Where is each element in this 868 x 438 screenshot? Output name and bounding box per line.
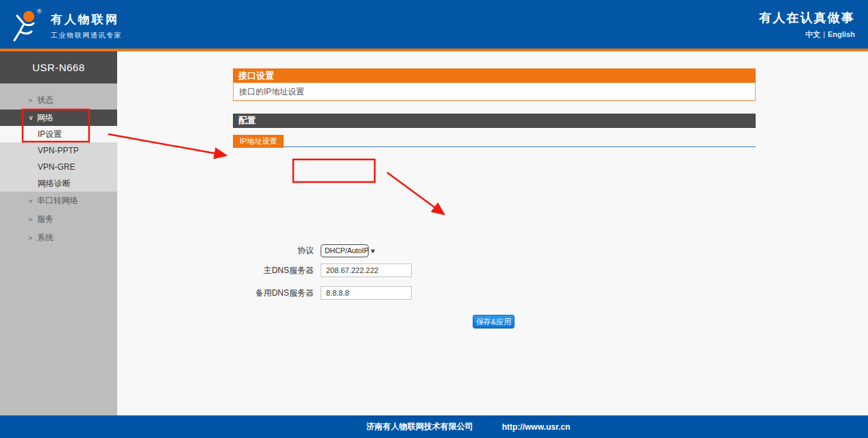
brand-tagline: 工业物联网通讯专家 <box>51 31 122 40</box>
protocol-select-value: DHCP/AutoIP <box>325 246 369 255</box>
registered-mark-icon: ® <box>37 8 42 15</box>
chevron-right-icon: > <box>28 198 37 205</box>
main-content: 接口设置 接口的IP地址设置 配置 IP地址设置 协议 DHCP/AutoIP … <box>117 51 868 415</box>
sidebar-item-network-diagnosis[interactable]: 网络诊断 <box>0 175 117 192</box>
backup-dns-label: 备用DNS服务器 <box>233 287 314 299</box>
sidebar-item-label: VPN-GRE <box>38 162 75 172</box>
usr-logo-icon: ® <box>8 8 44 43</box>
save-apply-button[interactable]: 保存&应用 <box>473 315 514 328</box>
tab-ip-address-settings[interactable]: IP地址设置 <box>233 135 284 148</box>
sidebar-item-vpn-gre[interactable]: VPN-GRE <box>0 159 117 175</box>
footer: 济南有人物联网技术有限公司 http://www.usr.cn <box>0 415 868 438</box>
primary-dns-label: 主DNS服务器 <box>233 265 314 276</box>
chevron-down-icon: ∨ <box>370 248 375 254</box>
header-slogan: 有人在认真做事 <box>759 10 855 26</box>
sidebar-item-label: IP设置 <box>38 129 62 140</box>
sidebar-item-label: 串口转网络 <box>37 195 78 207</box>
sidebar-nav: > 状态 ∨ 网络 IP设置 VPN-PPTP VPN-GRE 网络诊断 > 串… <box>0 83 117 247</box>
footer-url-link[interactable]: http://www.usr.cn <box>502 422 571 432</box>
lang-english-link[interactable]: English <box>828 30 855 38</box>
lang-divider: | <box>823 30 825 38</box>
protocol-select[interactable]: DHCP/AutoIP ∨ <box>321 244 369 257</box>
language-switcher: 中文|English <box>759 29 855 40</box>
sidebar-item-system[interactable]: > 系统 <box>0 229 117 247</box>
protocol-label: 协议 <box>233 245 314 257</box>
sidebar-item-label: 网络诊断 <box>38 178 71 190</box>
device-title: USR-N668 <box>0 51 117 83</box>
page-description: 接口的IP地址设置 <box>233 83 756 101</box>
backup-dns-input[interactable] <box>321 286 412 300</box>
page-title: 接口设置 <box>233 68 756 83</box>
sidebar-item-serial-to-network[interactable]: > 串口转网络 <box>0 192 117 210</box>
chevron-right-icon: > <box>28 97 37 104</box>
chevron-right-icon: > <box>28 216 37 223</box>
header: ® 有人物联网 工业物联网通讯专家 有人在认真做事 中文|English <box>0 0 868 49</box>
ip-settings-form: 协议 DHCP/AutoIP ∨ 主DNS服务器 备用DNS服务器 <box>233 147 756 352</box>
section-title: 配置 <box>233 114 756 128</box>
sidebar-item-label: 系统 <box>37 232 53 244</box>
sidebar-item-label: 网络 <box>37 112 53 124</box>
chevron-down-icon: ∨ <box>28 114 37 121</box>
lang-chinese-link[interactable]: 中文 <box>805 30 820 38</box>
sidebar-item-status[interactable]: > 状态 <box>0 91 117 110</box>
sidebar-item-label: VPN-PPTP <box>38 146 79 155</box>
tab-bar: IP地址设置 <box>233 134 756 147</box>
sidebar-item-vpn-pptp[interactable]: VPN-PPTP <box>0 142 117 159</box>
primary-dns-input[interactable] <box>321 263 412 277</box>
sidebar: USR-N668 > 状态 ∨ 网络 IP设置 VPN-PPTP VPN-GRE… <box>0 51 117 415</box>
footer-company: 济南有人物联网技术有限公司 <box>367 421 473 433</box>
sidebar-item-network[interactable]: ∨ 网络 <box>0 110 117 126</box>
brand: ® 有人物联网 工业物联网通讯专家 <box>8 6 122 43</box>
sidebar-item-ip-settings[interactable]: IP设置 <box>0 126 117 142</box>
sidebar-item-label: 服务 <box>37 214 53 225</box>
chevron-right-icon: > <box>28 235 37 242</box>
brand-title: 有人物联网 <box>51 12 122 27</box>
sidebar-item-services[interactable]: > 服务 <box>0 210 117 229</box>
sidebar-item-label: 状态 <box>37 94 53 106</box>
